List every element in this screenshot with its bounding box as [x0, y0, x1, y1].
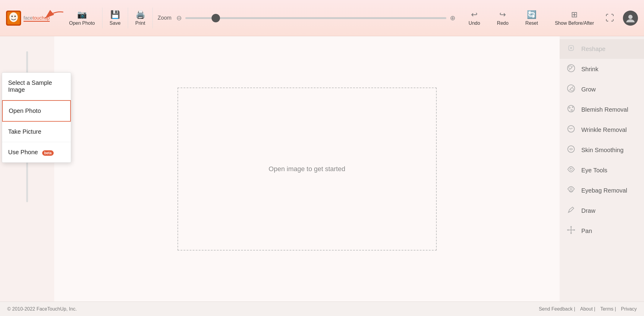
user-icon[interactable]: [623, 11, 638, 26]
footer-links: Send Feedback | About | Terms | Privacy: [535, 306, 637, 312]
right-panel: Reshape Shrink Grow: [560, 36, 644, 302]
svg-point-15: [569, 107, 570, 108]
copyright: © 2010-2022 FaceTouchUp, Inc.: [7, 306, 77, 312]
tool-shrink[interactable]: Shrink: [560, 59, 644, 79]
svg-point-22: [570, 188, 572, 190]
reset-icon: 🔄: [527, 10, 536, 19]
logo-text: facetouchup: [24, 15, 50, 21]
zoom-slider[interactable]: [185, 17, 446, 19]
open-photo-button[interactable]: 📷 Open Photo: [62, 8, 102, 28]
tool-eyebag-removal[interactable]: Eyebag Removal: [560, 181, 644, 200]
print-button[interactable]: 🖨️ Print: [128, 8, 153, 28]
before-after-icon: ⊞: [571, 10, 578, 19]
svg-point-14: [568, 105, 574, 112]
tool-eye-tools[interactable]: Eye Tools: [560, 161, 644, 180]
main-canvas: Open image to get started: [54, 36, 560, 302]
svg-point-2: [9, 12, 18, 22]
svg-marker-26: [574, 229, 575, 231]
send-feedback-link[interactable]: Send Feedback: [539, 306, 573, 311]
about-link[interactable]: About: [580, 306, 593, 311]
dropdown-select-sample[interactable]: Select a Sample Image: [2, 73, 71, 100]
tool-reshape[interactable]: Reshape: [560, 39, 644, 59]
svg-point-16: [572, 107, 573, 108]
toolbar-right: ↩ Undo ↪ Redo 🔄 Reset ⊞ Show Before/Afte…: [460, 8, 602, 28]
wrinkle-icon: [566, 124, 576, 136]
camera-icon: 📷: [77, 10, 87, 19]
svg-marker-23: [570, 226, 572, 227]
skin-icon: [566, 145, 576, 156]
logo-touchup-text: touchup: [33, 15, 50, 21]
grow-label: Grow: [581, 86, 596, 93]
zoom-area: Zoom ⊖ ⊕: [153, 14, 460, 22]
tool-blemish-removal[interactable]: Blemish Removal: [560, 100, 644, 120]
svg-point-19: [568, 146, 574, 152]
svg-point-6: [628, 15, 633, 19]
canvas-placeholder: Open image to get started: [177, 88, 437, 251]
content-area: Select a Sample Image Open Photo Take Pi…: [0, 36, 644, 302]
logo-icon: [6, 11, 21, 26]
eyebag-icon: [566, 185, 576, 196]
redo-button[interactable]: ↪ Redo: [488, 8, 517, 28]
save-button[interactable]: 💾 Save: [102, 8, 128, 28]
logo-face-text: face: [24, 15, 33, 21]
blemish-removal-label: Blemish Removal: [581, 106, 628, 113]
zoom-out-button[interactable]: ⊖: [176, 14, 182, 22]
undo-icon: ↩: [471, 10, 478, 19]
svg-marker-25: [567, 229, 568, 231]
logo: facetouchup: [6, 11, 50, 26]
zoom-thumb[interactable]: [212, 14, 220, 22]
open-photo-dropdown: Select a Sample Image Open Photo Take Pi…: [2, 72, 71, 163]
blemish-icon: [566, 104, 576, 115]
draw-label: Draw: [581, 207, 595, 214]
zoom-in-button[interactable]: ⊕: [450, 14, 455, 22]
redo-icon: ↪: [499, 10, 506, 19]
tool-pan[interactable]: Pan: [560, 221, 644, 241]
eyebag-removal-label: Eyebag Removal: [581, 187, 627, 194]
reshape-icon: [566, 43, 576, 55]
svg-point-21: [570, 168, 571, 169]
eye-tools-label: Eye Tools: [581, 167, 607, 174]
fullscreen-icon[interactable]: ⛶: [605, 13, 614, 23]
canvas-placeholder-text: Open image to get started: [269, 165, 345, 173]
terms-link[interactable]: Terms: [600, 306, 614, 311]
tool-wrinkle-removal[interactable]: Wrinkle Removal: [560, 120, 644, 140]
svg-point-3: [11, 15, 13, 17]
draw-icon: [566, 205, 576, 216]
show-before-after-button[interactable]: ⊞ Show Before/After: [546, 8, 602, 28]
beta-badge: beta: [42, 150, 54, 156]
pan-icon: [566, 225, 576, 237]
save-icon: 💾: [110, 10, 120, 19]
footer: © 2010-2022 FaceTouchUp, Inc. Send Feedb…: [0, 302, 644, 316]
svg-marker-24: [570, 233, 572, 234]
svg-line-13: [569, 86, 573, 91]
privacy-link[interactable]: Privacy: [621, 306, 637, 311]
grow-icon: [566, 84, 576, 95]
dropdown-take-picture[interactable]: Take Picture: [2, 122, 71, 142]
header: facetouchup 📷 Open Photo 💾 Save 🖨️ Print…: [0, 0, 644, 36]
reshape-label: Reshape: [581, 46, 605, 53]
dropdown-use-phone[interactable]: Use Phone beta: [2, 142, 71, 162]
undo-button[interactable]: ↩ Undo: [460, 8, 488, 28]
reset-button[interactable]: 🔄 Reset: [517, 8, 546, 28]
dropdown-open-photo[interactable]: Open Photo: [2, 100, 71, 122]
pan-label: Pan: [581, 228, 592, 235]
tool-grow[interactable]: Grow: [560, 80, 644, 99]
print-icon: 🖨️: [136, 10, 145, 19]
tool-draw[interactable]: Draw: [560, 201, 644, 221]
svg-point-7: [570, 47, 572, 49]
tool-skin-smoothing[interactable]: Skin Smoothing: [560, 140, 644, 160]
shrink-label: Shrink: [581, 66, 598, 73]
svg-point-4: [14, 15, 16, 17]
toolbar: 📷 Open Photo 💾 Save 🖨️ Print Zoom ⊖ ⊕: [62, 8, 460, 28]
skin-smoothing-label: Skin Smoothing: [581, 147, 624, 154]
svg-point-17: [571, 110, 573, 111]
shrink-icon: [566, 64, 576, 75]
wrinkle-removal-label: Wrinkle Removal: [581, 126, 627, 133]
svg-line-10: [569, 66, 573, 70]
eye-icon: [566, 165, 576, 176]
